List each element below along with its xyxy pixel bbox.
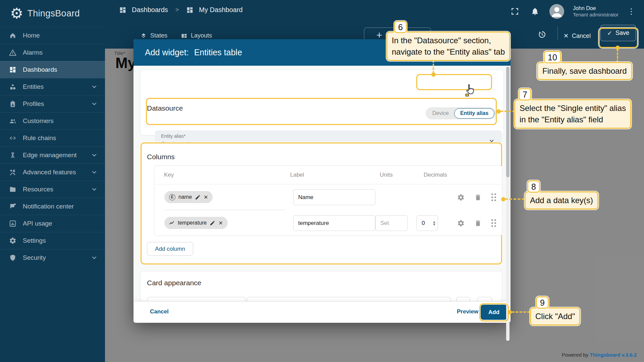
check-icon: ✓	[607, 29, 612, 37]
key-cell: temperature ✕	[164, 210, 285, 236]
sidebar: ⚙ ThingsBoard Home Alarms Dashboards Ent…	[0, 0, 105, 362]
appearance-field[interactable]	[247, 297, 451, 302]
tab-entity-alias[interactable]: Entity alias	[454, 108, 494, 119]
modal-scrollbar-thumb[interactable]	[506, 67, 509, 177]
dashboards-icon	[9, 66, 17, 74]
sidebar-item-alarms[interactable]: Alarms	[0, 44, 105, 61]
units-input[interactable]	[375, 215, 408, 231]
add-button[interactable]: Add	[481, 305, 507, 320]
label-input[interactable]	[293, 215, 375, 231]
row-actions	[457, 219, 502, 227]
remove-key-icon[interactable]: ✕	[218, 220, 223, 226]
sidebar-item-customers[interactable]: Customers	[0, 112, 105, 129]
gear-icon[interactable]	[457, 220, 465, 227]
callout-8-text: Add a data key(s)	[525, 191, 598, 209]
key-cell: E name ✕	[164, 184, 285, 210]
sidebar-item-dashboards[interactable]: Dashboards	[0, 61, 105, 78]
dashboard-cancel-button[interactable]: ✕ Cancel	[564, 32, 591, 40]
tab-device[interactable]: Device	[427, 110, 454, 116]
sidebar-item-profiles[interactable]: Profiles	[0, 95, 105, 112]
badge-icon	[9, 100, 17, 108]
toolbar-divider	[557, 26, 558, 40]
label-input[interactable]	[293, 189, 375, 205]
chevron-down-icon	[91, 169, 98, 176]
people-icon	[9, 117, 17, 125]
data-key-chip-temperature[interactable]: temperature ✕	[164, 217, 228, 229]
table-row: temperature ✕ 0 ▲▼	[154, 210, 502, 236]
add-column-button[interactable]: Add column	[147, 242, 193, 256]
table-row: E name ✕	[154, 184, 502, 210]
callout-10-connector	[617, 49, 618, 62]
sidebar-item-rule-chains[interactable]: Rule chains	[0, 129, 105, 146]
remove-key-icon[interactable]: ✕	[204, 194, 208, 200]
datasource-card: Datasource Device Entity alias Entity al…	[140, 70, 504, 135]
sidebar-item-entities[interactable]: Entities	[0, 78, 105, 95]
datasource-type-toggle: Device Entity alias	[426, 107, 496, 119]
sidebar-item-security[interactable]: Security	[0, 249, 105, 266]
appearance-field[interactable]	[456, 297, 470, 302]
dialog-cancel-button[interactable]: Cancel	[150, 308, 169, 315]
gear-icon	[9, 237, 17, 245]
dashboard-save-button[interactable]: ✓ Save	[600, 25, 636, 41]
antenna-icon	[9, 151, 17, 159]
edit-pencil-icon[interactable]	[210, 220, 215, 226]
trash-icon[interactable]	[474, 194, 482, 201]
sidebar-item-advanced-features[interactable]: Advanced features	[0, 164, 105, 181]
add-widget-dialog: Add widget: Entities table Datasource De…	[133, 39, 511, 323]
entities-icon	[9, 83, 17, 91]
preview-button[interactable]: Preview	[457, 308, 478, 315]
appearance-field[interactable]	[147, 297, 246, 302]
sidebar-item-resources[interactable]: Resources	[0, 181, 105, 198]
chevron-down-icon	[91, 83, 98, 90]
chevron-down-icon	[91, 254, 98, 261]
kebab-menu-icon[interactable]: ⋮	[627, 7, 635, 16]
app-logo[interactable]: ⚙ ThingsBoard	[0, 0, 105, 27]
decimals-stepper[interactable]: 0 ▲▼	[417, 215, 438, 231]
avatar[interactable]	[549, 4, 564, 19]
user-name: John Doe	[573, 5, 619, 12]
chevron-down-icon	[91, 186, 98, 193]
drag-handle-icon[interactable]	[491, 219, 496, 227]
drag-handle-icon[interactable]	[491, 193, 496, 201]
edit-pencil-icon[interactable]	[195, 194, 201, 200]
breadcrumb: Dashboards > My Dashboard	[119, 6, 243, 14]
breadcrumb-dashboards[interactable]: Dashboards	[132, 6, 168, 14]
user-role: Tenant administrator	[573, 12, 619, 18]
callout-7-connector	[500, 111, 515, 112]
thingsboard-logo-icon: ⚙	[10, 6, 23, 21]
decimals-cell: 0 ▲▼	[417, 215, 457, 231]
callout-8-connector	[505, 198, 525, 200]
dialog-footer: Cancel Preview Add	[133, 302, 511, 323]
sidebar-item-edge-management[interactable]: Edge management	[0, 146, 105, 164]
callout-7-badge: 7	[519, 88, 531, 101]
notification-icon	[9, 202, 17, 210]
history-icon[interactable]	[536, 29, 547, 40]
sidebar-item-api-usage[interactable]: API usage	[0, 215, 105, 232]
row-actions	[457, 193, 502, 201]
stepper-arrows-icon[interactable]: ▲▼	[432, 221, 436, 226]
callout-10-dot	[615, 46, 620, 50]
data-key-name: name	[178, 194, 192, 200]
chart-icon	[9, 220, 17, 228]
sidebar-item-home[interactable]: Home	[0, 27, 105, 44]
dialog-title-prefix: Add widget:	[145, 48, 189, 57]
fullscreen-icon[interactable]	[509, 6, 521, 17]
callout-10-text: Finally, save dashboard	[537, 62, 632, 80]
breadcrumb-my-dashboard[interactable]: My Dashboard	[199, 6, 243, 14]
sidebar-item-notification-center[interactable]: Notification center	[0, 198, 105, 215]
notifications-bell-icon[interactable]	[529, 6, 541, 17]
trash-icon[interactable]	[474, 220, 482, 227]
chevron-down-icon	[91, 152, 98, 159]
data-key-chip-name[interactable]: E name ✕	[164, 191, 213, 203]
topbar-right: John Doe Tenant administrator ⋮	[509, 4, 635, 19]
thingsboard-version-link[interactable]: Thingsboard v.3.6.2	[590, 352, 637, 358]
states-button[interactable]: States	[140, 32, 167, 39]
user-info[interactable]: John Doe Tenant administrator	[573, 5, 619, 18]
appearance-field[interactable]	[477, 297, 492, 302]
sidebar-item-settings[interactable]: Settings	[0, 232, 105, 249]
callout-6-text: In the "Datasource" section, navigate to…	[386, 32, 510, 61]
layouts-button[interactable]: Layouts	[181, 32, 212, 39]
gear-icon[interactable]	[457, 194, 465, 201]
close-icon: ✕	[564, 32, 569, 40]
col-header-label: Label	[290, 172, 380, 178]
